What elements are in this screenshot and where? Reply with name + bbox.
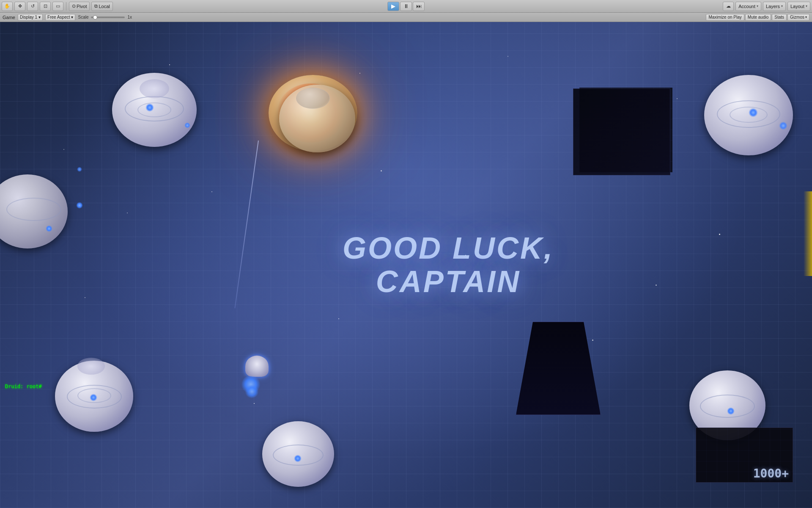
game-title: GOOD LUCK, CAPTAIN xyxy=(343,232,554,298)
player-ship-body xyxy=(245,356,269,377)
move-tool-btn[interactable]: ✥ xyxy=(14,2,25,11)
saucer-br-ring xyxy=(700,395,755,418)
layers-label: Layers xyxy=(766,4,780,9)
game-toolbar-right: Maximize on Play Mute audio Stats Gizmos… xyxy=(706,14,809,21)
star xyxy=(381,170,382,171)
account-dropdown[interactable]: Account ▾ xyxy=(735,2,761,11)
saucer-tl-dome xyxy=(140,79,169,98)
player-thrust-glow-2 xyxy=(244,385,259,398)
layers-chevron-down-icon: ▾ xyxy=(781,4,783,8)
saucer-tr-glow xyxy=(749,108,758,117)
layout-dropdown[interactable]: Layout ▾ xyxy=(787,2,810,11)
game-view: GOOD LUCK, CAPTAIN Druid: root# 1000+ xyxy=(0,22,812,508)
star xyxy=(677,98,678,99)
saucer-top-left-ring2 xyxy=(137,102,171,117)
saucer-left-ring xyxy=(6,198,61,221)
aspect-label: Free Aspect xyxy=(47,15,70,19)
cloud-btn[interactable]: ☁ xyxy=(723,2,734,11)
gizmos-chevron-down-icon: ▾ xyxy=(805,15,807,19)
maximize-on-play-btn[interactable]: Maximize on Play xyxy=(706,14,744,21)
layout-label: Layout xyxy=(790,4,804,9)
account-chevron-down-icon: ▾ xyxy=(757,4,758,8)
display-label: Display 1 xyxy=(20,15,37,19)
scale-label: Scale xyxy=(78,15,88,19)
saucer-tl-glow xyxy=(145,103,154,112)
layers-dropdown[interactable]: Layers ▾ xyxy=(763,2,786,11)
pivot-label: Pivot xyxy=(77,4,87,9)
player-ship xyxy=(245,356,269,377)
game-toolbar: Game Display 1 ▾ Free Aspect ▾ Scale 1x … xyxy=(0,13,812,22)
game-title-line2: CAPTAIN xyxy=(343,265,554,298)
saucer-dome-center xyxy=(296,88,330,109)
aspect-chevron-down-icon: ▾ xyxy=(71,15,73,19)
saucer-bc-glow xyxy=(294,455,302,462)
scale-value: 1x xyxy=(127,15,132,19)
pause-button[interactable]: ⏸ xyxy=(400,2,412,11)
bg-glow-1 xyxy=(184,122,190,128)
star xyxy=(85,297,85,298)
star xyxy=(169,64,170,65)
toolbar-sep-1 xyxy=(66,2,66,11)
display-dropdown[interactable]: Display 1 ▾ xyxy=(18,14,43,21)
score-display: 1000+ xyxy=(753,467,789,480)
bg-glow-3 xyxy=(46,225,52,232)
play-button[interactable]: ▶ xyxy=(387,2,399,11)
scale-slider[interactable] xyxy=(91,17,125,18)
gizmos-btn[interactable]: Gizmos ▾ xyxy=(787,14,809,21)
pivot-icon: ⊙ xyxy=(72,3,76,9)
local-btn[interactable]: ⧉ Local xyxy=(91,2,112,11)
terminal-text: Druid: root# xyxy=(5,384,42,389)
local-icon: ⧉ xyxy=(94,3,98,9)
account-label: Account xyxy=(738,4,755,9)
main-toolbar: ✋ ✥ ↺ ⊡ ▭ ⊙ Pivot ⧉ Local ▶ ⏸ ⏭ ☁ Accoun… xyxy=(0,0,812,13)
star xyxy=(592,340,593,341)
scale-tool-btn[interactable]: ⊡ xyxy=(40,2,51,11)
star xyxy=(127,213,128,213)
mute-audio-btn[interactable]: Mute audio xyxy=(745,14,771,21)
star xyxy=(508,56,508,57)
game-title-line1: GOOD LUCK, xyxy=(343,232,554,265)
play-controls: ▶ ⏸ ⏭ xyxy=(387,2,425,11)
game-tab-label: Game xyxy=(3,15,15,20)
star xyxy=(359,73,360,74)
saucer-tr-ring2 xyxy=(730,107,768,123)
scale-thumb[interactable] xyxy=(93,15,97,19)
star xyxy=(254,403,255,404)
display-chevron-down-icon: ▾ xyxy=(38,15,41,19)
bg-glow-2 xyxy=(77,167,82,172)
stats-btn[interactable]: Stats xyxy=(772,14,787,21)
saucer-br-glow xyxy=(727,407,735,415)
saucer-left-glow xyxy=(76,202,83,209)
saucer-bl-dome xyxy=(77,358,105,375)
star xyxy=(338,318,339,319)
star xyxy=(211,191,212,192)
hand-tool-btn[interactable]: ✋ xyxy=(2,2,13,11)
local-label: Local xyxy=(99,4,110,9)
step-button[interactable]: ⏭ xyxy=(413,2,425,11)
aspect-dropdown[interactable]: Free Aspect ▾ xyxy=(45,14,75,21)
bg-glow-tr xyxy=(779,121,787,130)
dark-panel-top-right xyxy=(573,88,670,175)
layout-chevron-down-icon: ▾ xyxy=(806,4,807,8)
star xyxy=(656,284,657,286)
star xyxy=(719,234,720,235)
edge-glow-right xyxy=(804,191,812,276)
saucer-bl-glow xyxy=(90,394,97,401)
star xyxy=(63,149,64,150)
rect-tool-btn[interactable]: ▭ xyxy=(52,2,63,11)
rotate-tool-btn[interactable]: ↺ xyxy=(27,2,38,11)
toolbar-right: ☁ Account ▾ Layers ▾ Layout ▾ xyxy=(723,2,810,11)
pivot-btn[interactable]: ⊙ Pivot xyxy=(69,2,90,11)
cloud-icon: ☁ xyxy=(726,3,731,9)
